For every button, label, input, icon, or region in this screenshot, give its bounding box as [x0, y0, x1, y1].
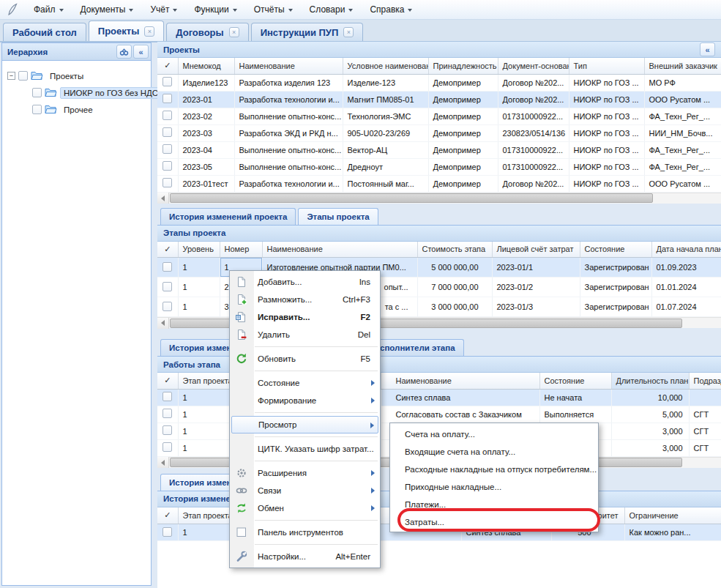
- column-header[interactable]: Мнемокод: [178, 58, 234, 74]
- column-header[interactable]: Документ-основание: [498, 58, 569, 74]
- context-menu-item[interactable]: Обмен: [230, 499, 380, 517]
- node-checkbox[interactable]: [32, 105, 42, 114]
- column-header[interactable]: Лицевой счёт затрат: [492, 242, 580, 258]
- close-icon[interactable]: ×: [343, 27, 354, 37]
- context-menu-item[interactable]: Состояние: [230, 374, 380, 392]
- tab-этапы-проекта[interactable]: Этапы проекта: [298, 208, 378, 225]
- context-menu-item[interactable]: Формирование: [230, 392, 380, 409]
- row-checkbox[interactable]: [162, 127, 172, 137]
- table-row[interactable]: 2023-03Разработка ЭКД и РКД н...905-U020…: [157, 124, 721, 141]
- column-header[interactable]: Принадлежность: [428, 58, 498, 74]
- column-header[interactable]: Наименование: [262, 242, 417, 258]
- row-checkbox[interactable]: [162, 111, 172, 120]
- column-header[interactable]: Подразделение: [689, 373, 721, 389]
- submenu-item[interactable]: Расходные накладные на отпуск потребител…: [390, 461, 598, 478]
- column-header[interactable]: Условное наименование: [343, 58, 428, 74]
- collapse-node-icon[interactable]: −: [7, 72, 15, 80]
- tree-node[interactable]: НИОКР по ГОЗ без НДС: [21, 84, 148, 101]
- column-header[interactable]: Уровень: [178, 242, 220, 258]
- scroll-left-icon[interactable]: [157, 193, 169, 204]
- submenu-item[interactable]: Затраты...: [390, 513, 598, 531]
- projects-hscrollbar[interactable]: [157, 193, 721, 204]
- row-checkbox[interactable]: [162, 442, 172, 452]
- menubar-item[interactable]: Словари: [303, 2, 360, 17]
- menubar-item[interactable]: Документы: [74, 2, 141, 17]
- close-icon[interactable]: ×: [229, 27, 239, 37]
- node-checkbox[interactable]: [18, 71, 28, 81]
- submenu-item[interactable]: Входящие счета на оплату...: [390, 443, 598, 461]
- table-cell: 3,000: [611, 423, 689, 439]
- context-menu-item[interactable]: Исправить...F2: [230, 308, 380, 326]
- column-header[interactable]: Дата начала план: [651, 242, 721, 258]
- context-menu-item[interactable]: Панель инструментов: [230, 524, 380, 541]
- tree-node[interactable]: Прочее: [21, 101, 148, 118]
- table-row[interactable]: 2023-05Выполнение опытно-конс...Дредноут…: [157, 158, 721, 175]
- table-row[interactable]: Изделие123Разработка изделия 123Изделие-…: [157, 74, 721, 91]
- submenu-item[interactable]: Счета на оплату...: [390, 425, 598, 443]
- context-menu-item[interactable]: Просмотр: [231, 416, 378, 433]
- row-checkbox[interactable]: [162, 94, 172, 103]
- table-row[interactable]: 2023-01тестРазработка технологии и...Пос…: [157, 175, 721, 192]
- context-menu-item[interactable]: Связи: [230, 482, 380, 499]
- scroll-left-icon[interactable]: [157, 318, 169, 329]
- row-checkbox[interactable]: [162, 282, 172, 291]
- menubar-item[interactable]: Справка: [363, 2, 419, 17]
- row-checkbox[interactable]: [162, 178, 172, 187]
- table-row[interactable]: 2023-01Разработка технологии и...Магнит …: [157, 91, 721, 108]
- row-checkbox[interactable]: [162, 161, 172, 171]
- tab-рабочий-стол[interactable]: Рабочий стол: [3, 23, 86, 41]
- select-all-header[interactable]: ✓: [157, 507, 178, 524]
- column-header[interactable]: Номер: [220, 242, 262, 258]
- table-row[interactable]: 2023-04Выполнение опытно-конс...Вектор-А…: [157, 141, 721, 158]
- node-checkbox[interactable]: [32, 88, 42, 97]
- tab-история-изменений-проекта[interactable]: История изменений проекта: [160, 208, 296, 225]
- submenu-item[interactable]: Платежи...: [390, 496, 598, 513]
- context-menu-item[interactable]: Добавить...Ins: [230, 273, 380, 291]
- submenu-item[interactable]: Приходные накладные...: [390, 478, 598, 496]
- tree-node-label[interactable]: НИОКР по ГОЗ без НДС: [60, 87, 162, 99]
- column-header[interactable]: Длительность план: [611, 373, 689, 389]
- row-checkbox[interactable]: [162, 425, 172, 435]
- column-header[interactable]: Наименование: [234, 58, 343, 74]
- row-checkbox[interactable]: [162, 302, 172, 311]
- context-menu-item[interactable]: Размножить...Ctrl+F3: [230, 291, 380, 308]
- scroll-left-icon[interactable]: [157, 457, 169, 468]
- row-checkbox[interactable]: [162, 527, 172, 537]
- table-row[interactable]: 2023-02Выполнение опытно-конс...Технолог…: [157, 108, 721, 124]
- find-button[interactable]: [116, 45, 132, 59]
- tree-node-label[interactable]: Проекты: [46, 70, 87, 82]
- row-checkbox[interactable]: [162, 392, 172, 401]
- context-menu-item[interactable]: Расширения: [230, 464, 380, 482]
- column-header[interactable]: Стоимость этапа: [417, 242, 492, 258]
- tab-проекты[interactable]: Проекты×: [89, 21, 164, 41]
- tab-договоры[interactable]: Договоры×: [166, 23, 248, 41]
- row-checkbox[interactable]: [162, 409, 172, 418]
- scrollbar-thumb[interactable]: [170, 193, 653, 203]
- tree-node-label[interactable]: Прочее: [60, 104, 97, 116]
- menubar-item[interactable]: Функции: [187, 2, 243, 17]
- menubar-item[interactable]: Отчёты: [247, 2, 299, 17]
- tree-node-root[interactable]: − Проекты: [7, 67, 148, 84]
- tab-инструкции-пуп[interactable]: Инструкции ПУП×: [251, 23, 364, 41]
- column-header[interactable]: Наименование: [381, 373, 539, 389]
- menubar-item[interactable]: Файл: [27, 2, 70, 17]
- select-all-header[interactable]: ✓: [157, 242, 178, 258]
- context-menu-item[interactable]: УдалитьDel: [230, 326, 380, 343]
- row-checkbox[interactable]: [162, 262, 172, 272]
- column-header[interactable]: Ограничение: [624, 507, 721, 524]
- select-all-header[interactable]: ✓: [157, 373, 178, 389]
- collapse-panel-button[interactable]: «: [133, 45, 149, 59]
- menubar-item[interactable]: Учёт: [143, 2, 184, 17]
- select-all-header[interactable]: ✓: [157, 58, 178, 74]
- row-checkbox[interactable]: [162, 77, 172, 86]
- close-icon[interactable]: ×: [144, 26, 154, 37]
- column-header[interactable]: Состояние: [539, 373, 611, 389]
- context-menu-item[interactable]: ОбновитьF5: [230, 350, 380, 368]
- column-header[interactable]: Состояние: [580, 242, 651, 258]
- column-header[interactable]: Тип: [569, 58, 644, 74]
- collapse-projects-button[interactable]: «: [700, 42, 715, 56]
- context-menu-item[interactable]: Настройки...Alt+Enter: [230, 548, 380, 565]
- row-checkbox[interactable]: [162, 144, 172, 154]
- column-header[interactable]: Внешний заказчик: [644, 58, 721, 74]
- context-menu-item[interactable]: ЦИТК. Указать шифр затрат...: [230, 440, 380, 458]
